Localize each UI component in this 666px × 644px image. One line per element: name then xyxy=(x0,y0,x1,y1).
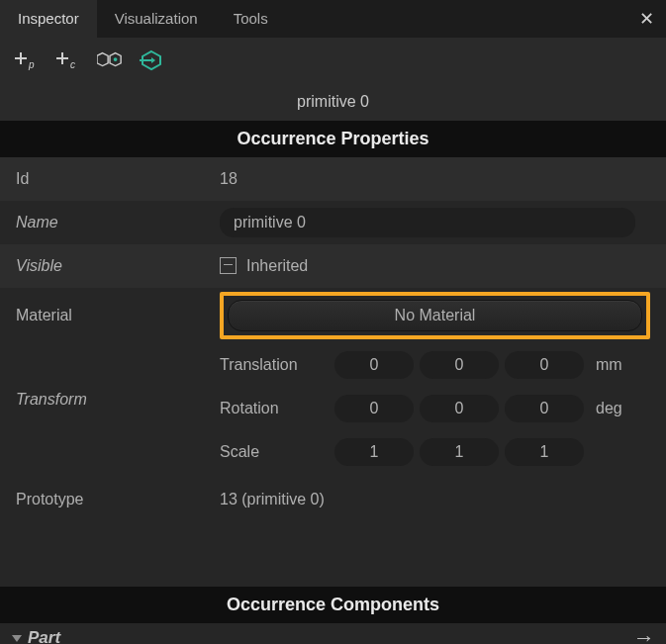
rotation-unit: deg xyxy=(590,400,629,417)
svg-point-8 xyxy=(114,57,118,61)
prototype-value: 13 (primitive 0) xyxy=(220,491,650,508)
transform-label: Transform xyxy=(16,347,220,409)
components-header: Occurrence Components xyxy=(0,587,666,623)
translation-y[interactable]: 0 xyxy=(420,351,499,379)
scale-z[interactable]: 1 xyxy=(505,438,584,466)
arrow-right-icon[interactable]: → xyxy=(632,625,654,644)
translation-x[interactable]: 0 xyxy=(334,351,414,379)
svg-text:c: c xyxy=(70,59,75,70)
scale-y[interactable]: 1 xyxy=(420,438,499,466)
svg-marker-11 xyxy=(151,57,155,63)
rotation-label: Rotation xyxy=(220,400,329,417)
visible-label: Visible xyxy=(16,257,220,275)
hexagon-link-icon[interactable] xyxy=(97,47,123,73)
svg-marker-6 xyxy=(97,53,108,66)
material-highlight: No Material xyxy=(220,292,650,339)
properties-header: Occurrence Properties xyxy=(0,121,666,157)
part-row[interactable]: Part → xyxy=(0,623,666,644)
tab-tools[interactable]: Tools xyxy=(216,0,286,38)
rotation-y[interactable]: 0 xyxy=(420,395,499,422)
translation-unit: mm xyxy=(590,356,629,374)
rotation-z[interactable]: 0 xyxy=(505,395,584,422)
hexagon-import-icon[interactable] xyxy=(139,47,164,73)
add-component-icon[interactable]: c xyxy=(55,47,81,73)
part-label: Part xyxy=(28,628,60,644)
translation-z[interactable]: 0 xyxy=(505,351,584,379)
scale-label: Scale xyxy=(220,443,329,461)
close-icon[interactable]: ✕ xyxy=(639,8,654,30)
material-label: Material xyxy=(16,307,220,324)
tab-inspector[interactable]: Inspector xyxy=(0,0,97,38)
material-button[interactable]: No Material xyxy=(228,300,642,331)
rotation-x[interactable]: 0 xyxy=(334,395,414,422)
tab-visualization[interactable]: Visualization xyxy=(97,0,216,38)
prototype-label: Prototype xyxy=(16,491,220,508)
id-label: Id xyxy=(16,170,220,188)
scale-x[interactable]: 1 xyxy=(334,438,414,466)
name-label: Name xyxy=(16,214,220,231)
visible-value: Inherited xyxy=(246,257,308,275)
visible-checkbox[interactable] xyxy=(220,257,237,274)
object-name: primitive 0 xyxy=(0,85,666,121)
name-input[interactable] xyxy=(220,208,635,237)
caret-down-icon xyxy=(12,635,22,642)
svg-text:p: p xyxy=(28,59,35,70)
add-prototype-icon[interactable]: p xyxy=(14,47,40,73)
id-value: 18 xyxy=(220,170,650,188)
translation-label: Translation xyxy=(220,356,329,374)
